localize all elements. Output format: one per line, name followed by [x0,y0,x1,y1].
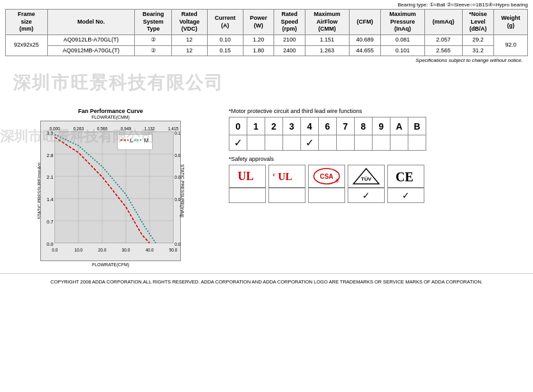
svg-text:30.0: 30.0 [122,248,130,252]
motor-code-cell: 9 [373,117,390,135]
motor-check-cell [355,135,373,151]
svg-text:UL: UL [278,171,292,182]
col-bearing-system: BearingSystemType [135,10,172,35]
chart-wrap: STATIC PRESSURE(mmAq) [40,121,181,261]
safety-section: *Safety approvals UL c UL CSA ® TÜV CE ✓… [229,156,528,203]
col-airflow-cmm: MaximumAirFlow(CMM) [305,10,349,35]
col-noise: *NoiseLevel(dB/A) [462,10,494,35]
table-row: AQ0912MB-A70GL(T)②120.151.8024001.26344.… [6,45,528,56]
motor-code-cell: A [390,117,408,135]
svg-text:TÜV: TÜV [361,176,372,182]
right-section: 深圳市旺景科技有限公司 *Motor protective circuit an… [229,108,528,267]
table-header-row: Framesize(mm) Model No. BearingSystemTyp… [6,10,528,35]
col-voltage: RatedVoltage(VDC) [172,10,207,35]
motor-code-cell: 8 [355,117,373,135]
motor-code-cell: 2 [265,117,283,135]
chart-bottom-label: FLOWRATE(CFM) [5,262,216,267]
airflow-cmm-cell: 1.263 [305,45,349,56]
svg-text:0.110: 0.110 [174,131,180,135]
speed-cell: 2100 [274,35,305,46]
safety-check-cell: ✓ [387,188,424,203]
speed-cell: 2400 [274,45,305,56]
motor-check-cell: ✓ [301,135,319,151]
power-cell: 1.80 [243,45,274,56]
model-name-cell: AQ0912MB-A70GL(T) [47,45,135,56]
svg-text:0.263: 0.263 [73,127,84,132]
motor-check-cell [319,135,337,151]
safety-check-row: ✓✓ [229,188,528,203]
chart-right-label: STATIC PRESSURE(InAq) [180,159,185,223]
current-cell: 0.10 [207,35,243,46]
motor-check-cell [265,135,283,151]
svg-text:0.0: 0.0 [47,242,54,248]
frame-size-cell: 92x92x25 [6,35,48,56]
svg-text:0.000: 0.000 [50,127,61,132]
safety-section-label: *Safety approvals [229,156,528,162]
svg-text:20.0: 20.0 [98,248,107,252]
svg-text:®: ® [336,179,339,183]
pressure-mmaq-cell: 2.565 [425,45,462,56]
chart-subtitle: FLOWRATE(CMM) [5,115,216,119]
watermark-top: 深圳市旺景科技有限公司 [0,64,533,102]
svg-text:0.7: 0.7 [47,220,54,225]
svg-text:10.0: 10.0 [75,248,83,252]
motor-code-cell: B [408,117,426,135]
weight-cell: 92.0 [494,35,528,56]
svg-text:c: c [273,171,275,177]
motor-checks-row: ✓✓ [229,135,426,151]
safety-check-cell: ✓ [348,188,385,203]
col-airflow-cfm: (CFM) [349,10,380,35]
motor-table: 012346789AB ✓✓ [229,117,426,151]
svg-text:CE: CE [396,170,413,184]
bearing-type-cell: ② [135,45,172,56]
svg-text:UL: UL [238,170,254,183]
motor-code-cell: 4 [301,117,319,135]
chart-svg: L M 3.5 2.8 2.1 1.4 0.7 0.0 0.0 10.0 20.… [41,121,180,260]
svg-text:40.0: 40.0 [146,248,154,252]
svg-text:0.0: 0.0 [52,248,58,252]
motor-code-cell: 6 [319,117,337,135]
chart-box: L M 3.5 2.8 2.1 1.4 0.7 0.0 0.0 10.0 20.… [40,121,181,261]
motor-check-cell [283,135,301,151]
motor-check-cell: ✓ [229,135,247,151]
col-pressure-mmaq: (mmAq) [425,10,462,35]
safety-logo-cell: CSA ® [308,165,345,188]
safety-logo-row: UL c UL CSA ® TÜV CE [229,165,528,188]
col-model: Model No. [47,10,135,35]
col-frame-size: Framesize(mm) [6,10,48,35]
svg-text:1.415: 1.415 [168,127,179,132]
model-name-cell: AQ0912LB-A70GL(T) [47,35,135,46]
airflow-cfm-cell: 40.689 [349,35,380,46]
svg-text:1.132: 1.132 [144,127,155,132]
safety-logo-cell: TÜV [348,165,385,188]
col-current: Current(A) [207,10,243,35]
motor-code-cell: 1 [247,117,265,135]
safety-check-cell [268,188,305,203]
svg-text:2.8: 2.8 [47,153,54,158]
copyright: COPYRIGHT 2008 ADDA CORPORATION.ALL RIGH… [0,273,533,287]
bearing-type-note: Bearing type: ①=Ball ②=Sleeve○=1B1S④=Hyp… [0,0,533,9]
svg-text:0.083: 0.083 [174,153,180,158]
specs-table: Framesize(mm) Model No. BearingSystemTyp… [5,9,528,56]
col-speed: RatedSpeed(rpm) [274,10,305,35]
motor-check-cell [373,135,390,151]
col-pressure-inaq: MaximumPressure(InAq) [381,10,425,35]
svg-text:1.4: 1.4 [47,197,54,203]
svg-text:L: L [130,137,134,144]
voltage-cell: 12 [172,35,207,46]
main-content: Fan Performance Curve FLOWRATE(CMM) STAT… [0,102,533,267]
specs-note: Specifications subject to change without… [5,56,528,64]
safety-check-cell [229,188,266,203]
current-cell: 0.15 [207,45,243,56]
pressure-mmaq-cell: 2.057 [425,35,462,46]
motor-codes-row: 012346789AB [229,117,426,135]
noise-cell: 31.2 [462,45,494,56]
motor-code-cell: 0 [229,117,247,135]
motor-code-cell: 7 [337,117,355,135]
airflow-cfm-cell: 44.655 [349,45,380,56]
specs-table-section: Framesize(mm) Model No. BearingSystemTyp… [0,9,533,64]
safety-logo-cell: c UL [268,165,305,188]
svg-text:CSA: CSA [320,173,333,180]
svg-text:0.566: 0.566 [97,127,108,132]
svg-text:0.949: 0.949 [121,127,132,132]
